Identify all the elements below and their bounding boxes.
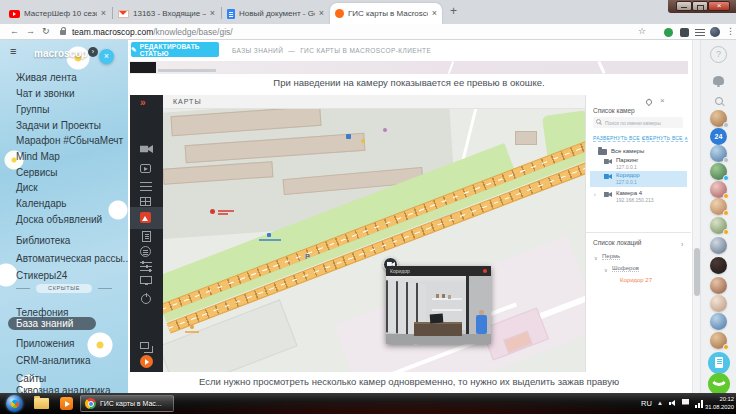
contact-avatar[interactable] <box>710 277 727 294</box>
breadcrumb-root[interactable]: БАЗЫ ЗНАНИЙ <box>232 47 283 54</box>
sidebar-item-disk[interactable]: Диск <box>16 182 38 193</box>
https-lock-icon[interactable] <box>60 30 66 35</box>
sidebar-close-button[interactable]: × <box>99 49 114 64</box>
close-icon[interactable]: × <box>319 9 324 18</box>
macroscop-logo[interactable] <box>140 355 153 368</box>
camera-preview-popup[interactable]: Коридор <box>386 266 491 344</box>
sidebar-item-knowledge-base-active[interactable]: База знаний <box>8 317 96 330</box>
browser-tab-mail[interactable]: 13163 - Входящие — Яндекс.По × <box>113 3 220 24</box>
chevron-right-icon[interactable]: › <box>681 241 683 248</box>
sidebar-item-end-analytics[interactable]: Сквозная аналитика <box>16 385 111 393</box>
location-street[interactable]: Шоферов <box>612 265 639 272</box>
page-scrollbar[interactable] <box>692 40 700 393</box>
window-minimize-button[interactable] <box>676 1 692 11</box>
chrome-menu-icon[interactable]: ⋮ <box>726 26 735 36</box>
collapse-all-link[interactable]: СВЕРНУТЬ ВСЕ ∧ <box>642 135 688 142</box>
close-icon[interactable]: × <box>101 9 106 18</box>
browser-tab-youtube[interactable]: МастерШеф 10 сезон. Выпуск 1 × <box>4 3 111 24</box>
location-camera-link[interactable]: Коридор 27 <box>620 277 652 283</box>
search-icon[interactable] <box>715 97 723 105</box>
tree-caret-icon[interactable]: › <box>594 191 596 197</box>
panel-close-icon[interactable]: × <box>660 96 665 105</box>
poi-marker-orange[interactable] <box>190 325 194 329</box>
sidebar-item-crm-analytics[interactable]: CRM-аналитика <box>16 355 91 366</box>
screen-grid-icon[interactable] <box>140 197 151 206</box>
tree-camera-4[interactable]: Камера 4 <box>616 190 642 196</box>
sidebar-item-sites[interactable]: Сайты <box>16 373 46 384</box>
close-icon[interactable]: × <box>210 9 215 18</box>
extension-icon-list[interactable] <box>695 29 705 36</box>
chevron-down-icon[interactable]: ∨ <box>604 267 608 273</box>
browser-tab-active[interactable]: ГИС карты в Macroscop-клиент × <box>330 3 442 24</box>
sidebar-item-live-feed[interactable]: Живая лента <box>16 72 77 83</box>
contact-avatar[interactable] <box>710 237 727 254</box>
more-options-icon[interactable] <box>140 246 151 257</box>
tray-expand-icon[interactable]: ▲ <box>657 400 663 414</box>
map-viewport[interactable]: P Коридор <box>163 109 585 372</box>
sidebar-item-calendar[interactable]: Календарь <box>16 198 66 209</box>
settings-sliders-icon[interactable] <box>140 262 152 271</box>
contact-avatar[interactable] <box>710 163 727 180</box>
language-indicator[interactable]: RU <box>641 399 652 414</box>
extension-icon-green[interactable] <box>664 28 673 37</box>
tree-root-folder[interactable]: Все камеры <box>611 148 644 154</box>
chevron-down-icon[interactable]: ∨ <box>594 255 598 261</box>
help-button[interactable]: ? <box>710 46 727 63</box>
contact-avatar[interactable] <box>710 295 727 312</box>
archive-playback-icon[interactable] <box>140 164 151 173</box>
back-icon[interactable]: ← <box>10 26 19 36</box>
sidebar-item-stickers[interactable]: Стикеры24 <box>16 270 67 281</box>
explorer-taskbar-icon[interactable] <box>34 398 49 409</box>
address-url[interactable]: team.macroscop.com/knowledge/base/gis/ <box>72 27 233 37</box>
pin-icon[interactable] <box>645 98 653 106</box>
power-icon[interactable] <box>141 294 151 304</box>
events-log-icon[interactable] <box>140 182 152 191</box>
reload-icon[interactable]: ↻ <box>42 26 50 36</box>
chrome-task-button[interactable]: ГИС карты в Мас... <box>80 395 174 412</box>
contact-avatar[interactable] <box>710 110 727 127</box>
edit-article-button[interactable]: ✎ РЕДАКТИРОВАТЬ СТАТЬЮ <box>131 42 219 57</box>
camera-search-box[interactable] <box>593 117 683 128</box>
sidebar-item-services[interactable]: Сервисы <box>16 167 57 178</box>
cameras-view-icon[interactable] <box>140 145 153 153</box>
window-maximize-button[interactable] <box>692 1 708 11</box>
logo-arrow-icon[interactable]: › <box>88 47 98 57</box>
maps-view-icon[interactable] <box>140 212 151 223</box>
monitor-icon[interactable] <box>140 276 152 284</box>
displays-icon[interactable] <box>140 342 149 349</box>
contact-avatar[interactable] <box>710 198 727 215</box>
window-close-button[interactable]: × <box>708 1 730 11</box>
document-share-button[interactable] <box>708 352 730 374</box>
contact-avatar[interactable] <box>710 145 727 162</box>
extension-icon-dark[interactable] <box>680 28 689 37</box>
sidebar-item-board[interactable]: Доска объявлений <box>16 214 102 225</box>
bookmark-star-icon[interactable]: ☆ <box>638 26 646 36</box>
sidebar-item-auto-mailing[interactable]: Автоматическая рассы... <box>16 253 128 264</box>
contact-avatar[interactable] <box>710 181 727 198</box>
sidebar-item-apps[interactable]: Приложения <box>16 338 75 349</box>
sidebar-item-groups[interactable]: Группы <box>16 104 49 115</box>
taskbar-clock[interactable]: 20:12 31.08.2020 <box>705 396 734 411</box>
network-icon[interactable] <box>695 400 704 408</box>
new-tab-button[interactable]: + <box>450 4 457 18</box>
sidebar-item-marathon[interactable]: Марафон #СбычаМечт <box>16 135 123 146</box>
contact-avatar[interactable] <box>710 257 727 274</box>
location-perm[interactable]: Пермь <box>602 253 620 260</box>
sidebar-item-library[interactable]: Библиотека <box>16 235 70 246</box>
contact-avatar[interactable] <box>710 332 727 349</box>
reports-icon[interactable] <box>142 231 151 242</box>
collapse-panel-icon[interactable]: » <box>140 98 146 108</box>
sidebar-item-tasks[interactable]: Задачи и Проекты <box>16 120 101 131</box>
contact-avatar[interactable] <box>710 313 727 330</box>
bitrix24-avatar[interactable]: 24 <box>710 128 727 145</box>
forward-icon[interactable]: → <box>26 26 35 36</box>
close-icon[interactable]: × <box>432 9 437 18</box>
hamburger-icon[interactable]: ≡ <box>10 45 16 57</box>
browser-profile-avatar[interactable] <box>710 27 720 37</box>
media-player-taskbar-icon[interactable] <box>60 397 73 410</box>
start-button[interactable] <box>6 395 23 412</box>
notifications-bell-icon[interactable] <box>713 76 724 85</box>
red-map-marker[interactable] <box>210 209 215 214</box>
camera-search-input[interactable] <box>605 117 681 128</box>
expand-all-link[interactable]: РАЗВЕРНУТЬ ВСЕ ∨ <box>593 135 645 142</box>
